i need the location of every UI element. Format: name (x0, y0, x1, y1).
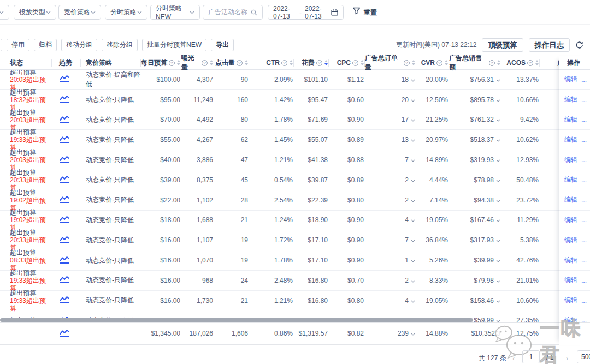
table-row[interactable]: 超出预算 08:33超出预算 动态竞价-只降低 $16.00 1,070 19 … (0, 250, 590, 271)
more-actions-link[interactable]: ... (581, 76, 587, 83)
edit-link[interactable]: 编辑 (564, 276, 577, 285)
sort-icons[interactable] (497, 60, 500, 65)
table-row[interactable]: 超出预算 20:03超出预算 动态竞价-只降低 $70.00 4,492 80 … (0, 110, 590, 130)
operation-log-button[interactable]: 操作日志 (529, 38, 570, 52)
filter-dropdown-type[interactable]: 投放类型 (14, 5, 56, 20)
filter-dropdown-schedule-new[interactable]: 分时策略NEW (150, 5, 200, 20)
column-header[interactable]: CTR? (249, 56, 294, 69)
column-header[interactable]: 广告总订单量? (365, 56, 416, 69)
caret-down-icon[interactable] (411, 219, 415, 222)
sort-icons[interactable] (535, 60, 539, 65)
filter-dropdown-schedule[interactable]: 分时策略 (105, 5, 148, 20)
edit-link[interactable]: 编辑 (564, 175, 577, 184)
trend-chart-icon[interactable] (59, 218, 70, 225)
more-actions-link[interactable]: ... (581, 297, 587, 305)
sort-icons[interactable] (361, 60, 364, 65)
trend-chart-icon[interactable] (59, 158, 70, 165)
trend-chart-icon[interactable] (59, 138, 70, 145)
caret-down-icon[interactable] (496, 280, 500, 283)
sort-icons[interactable] (177, 60, 180, 65)
more-actions-link[interactable]: ... (581, 317, 587, 322)
edit-link[interactable]: 编辑 (564, 256, 577, 265)
move-group-button[interactable]: 移动分组 (61, 39, 97, 51)
column-header[interactable]: 花费? (294, 56, 329, 69)
table-row[interactable]: 超出预算 20:03超出预算 动态竞价-提高和降低 $100.00 4,307 … (0, 70, 590, 90)
table-row[interactable]: 超出预算 19:02超出预算 动态竞价-只降低 $22.00 1,102 28 … (0, 190, 590, 211)
caret-down-icon[interactable] (411, 159, 415, 162)
more-actions-link[interactable]: ... (581, 96, 587, 104)
refresh-icon[interactable] (575, 41, 583, 49)
trend-chart-icon[interactable] (59, 97, 70, 105)
sort-icons[interactable] (290, 60, 293, 65)
caret-down-icon[interactable] (411, 139, 415, 142)
trend-chart-icon[interactable] (59, 198, 70, 205)
campaign-search-input[interactable]: 广告活动名称 (203, 5, 263, 20)
sort-icons[interactable] (324, 60, 328, 65)
caret-down-icon[interactable] (411, 260, 415, 262)
table-row[interactable]: 超出预算 20:33超出预算 动态竞价-只降低 $39.00 8,375 45 … (0, 170, 590, 190)
caret-down-icon[interactable] (496, 79, 500, 82)
more-actions-link[interactable]: ... (581, 116, 587, 123)
edit-link[interactable]: 编辑 (564, 75, 577, 84)
column-header[interactable]: 每日预算? (141, 56, 181, 69)
trend-chart-icon[interactable] (59, 77, 70, 85)
trend-chart-icon[interactable] (59, 331, 70, 339)
sort-icons[interactable] (210, 60, 213, 65)
caret-down-icon[interactable] (496, 119, 500, 122)
batch-schedule-budget-button[interactable]: 批量分时预算NEW (142, 39, 206, 51)
edit-link[interactable]: 编辑 (564, 95, 577, 104)
edit-link[interactable]: 编辑 (564, 135, 577, 145)
enable-button[interactable]: 用 (0, 39, 2, 51)
edit-link[interactable]: 编辑 (564, 236, 577, 245)
caret-down-icon[interactable] (411, 119, 415, 122)
pagination-next-icon[interactable]: › (566, 355, 568, 362)
caret-down-icon[interactable] (411, 280, 415, 283)
caret-down-icon[interactable] (411, 200, 415, 202)
trend-chart-icon[interactable] (59, 177, 70, 185)
caret-down-icon[interactable] (496, 300, 500, 303)
table-row[interactable]: 超出预算 18:32超出预算 动态竞价-只降低 $95.00 11,249 16… (0, 90, 590, 110)
disable-button[interactable]: 停用 (7, 39, 30, 51)
caret-down-icon[interactable] (411, 99, 415, 102)
filter-dropdown-bidding[interactable]: 竞价策略 (58, 5, 101, 20)
caret-down-icon[interactable] (496, 99, 500, 102)
caret-down-icon[interactable] (496, 200, 500, 202)
sort-icons[interactable] (412, 60, 415, 65)
trend-chart-icon[interactable] (59, 298, 70, 306)
column-header[interactable]: 曝光量? (181, 56, 214, 69)
caret-down-icon[interactable] (411, 300, 415, 303)
sort-icons[interactable] (245, 60, 248, 65)
horizontal-scrollbar-thumb[interactable] (0, 318, 473, 322)
table-row[interactable]: 超出预算 20:33超出预算 动态竞价-只降低 $16.00 1,107 19 … (0, 230, 590, 250)
more-actions-link[interactable]: ... (581, 196, 587, 204)
edit-link[interactable]: 编辑 (564, 156, 577, 165)
caret-down-icon[interactable] (496, 159, 500, 162)
caret-down-icon[interactable] (411, 180, 415, 182)
more-actions-link[interactable]: ... (581, 277, 587, 284)
caret-down-icon[interactable] (496, 260, 500, 262)
date-range-picker[interactable]: 2022-07-13 - 2022-07-13 (268, 5, 344, 20)
trend-chart-icon[interactable] (59, 258, 70, 266)
more-actions-link[interactable]: ... (581, 156, 587, 164)
table-row[interactable]: 超出预算 19:02超出预算 动态竞价-只降低 $18.00 1,688 21 … (0, 211, 590, 231)
edit-link[interactable]: 编辑 (564, 216, 577, 225)
remove-group-button[interactable]: 移除分组 (102, 39, 138, 51)
caret-down-icon[interactable] (411, 240, 415, 242)
table-row[interactable]: 超出预算 19:33超出预算 动态竞价-只降低 $16.00 1,730 21 … (0, 291, 590, 311)
archive-button[interactable]: 归档 (34, 39, 57, 51)
filter-funnel-icon[interactable] (352, 7, 361, 16)
caret-down-icon[interactable] (411, 79, 415, 82)
table-row[interactable]: 超出预算 19:33超出预算 动态竞价-只降低 $55.00 4,267 62 … (0, 130, 590, 150)
column-header[interactable]: CPC? (329, 56, 365, 69)
column-header[interactable]: 点击量? (214, 56, 249, 69)
column-header[interactable]: 广告总销售额? (449, 56, 502, 69)
table-row[interactable]: 超出预算 20:03超出预算 动态竞价-只降低 $40.00 3,886 47 … (0, 150, 590, 170)
caret-down-icon[interactable] (496, 139, 500, 142)
caret-down-icon[interactable] (496, 219, 500, 222)
sort-icons[interactable] (445, 60, 448, 65)
edit-link[interactable]: 编辑 (564, 316, 577, 322)
trend-chart-icon[interactable] (59, 238, 70, 246)
more-actions-link[interactable]: ... (581, 136, 587, 144)
caret-down-icon[interactable] (496, 180, 500, 182)
more-actions-link[interactable]: ... (581, 176, 587, 184)
